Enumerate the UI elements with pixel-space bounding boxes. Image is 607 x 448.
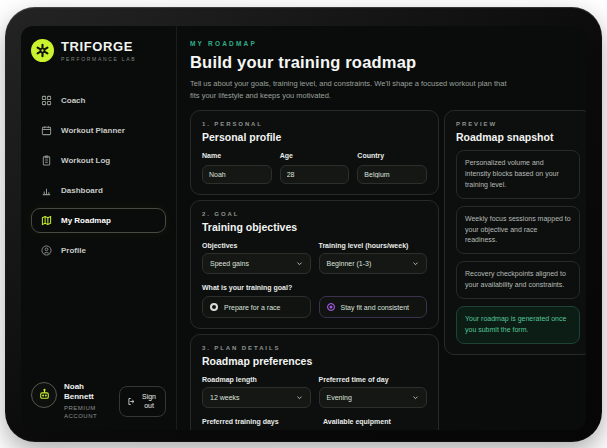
preview-card: Weekly focus sessions mapped to your obj… bbox=[456, 206, 580, 255]
training-level-value: Beginner (1-3) bbox=[327, 260, 372, 267]
sidebar-item-label: Workout Log bbox=[61, 156, 110, 165]
sidebar-item-label: Dashboard bbox=[61, 186, 103, 195]
sidebar-item-my-roadmap[interactable]: My Roadmap bbox=[31, 208, 166, 233]
radio-stay-fit[interactable]: Stay fit and consistent bbox=[319, 296, 428, 318]
sidebar: TRIFORGE PERFORMANCE LAB Coach Workout P… bbox=[21, 26, 177, 430]
section-title: Roadmap preferences bbox=[202, 355, 427, 367]
sidebar-item-label: Coach bbox=[61, 96, 85, 105]
preview-card: Personalized volume and intensity blocks… bbox=[456, 150, 580, 199]
age-input[interactable] bbox=[280, 165, 350, 184]
field-age: Age bbox=[280, 152, 350, 184]
goal-selects: Objectives Speed gains Training level (h… bbox=[202, 242, 427, 274]
bar-chart-icon bbox=[41, 185, 52, 196]
personal-fields: Name Age Country bbox=[202, 152, 427, 184]
logout-icon bbox=[127, 397, 136, 406]
objectives-field: Objectives Speed gains bbox=[202, 242, 311, 274]
page-eyebrow: MY ROADMAP bbox=[190, 40, 586, 47]
sidebar-nav: Coach Workout Planner Workout Log Dashbo… bbox=[31, 88, 166, 263]
radio-icon bbox=[327, 303, 335, 311]
sign-out-button[interactable]: Sign out bbox=[119, 386, 166, 418]
clipboard-icon bbox=[41, 155, 52, 166]
roadmap-length-label: Roadmap length bbox=[202, 376, 311, 383]
sidebar-item-label: My Roadmap bbox=[61, 216, 111, 225]
roadmap-length-value: 12 weeks bbox=[210, 394, 240, 401]
training-goal-options: Prepare for a race Stay fit and consiste… bbox=[202, 296, 427, 318]
training-days-label: Preferred training days bbox=[202, 418, 316, 425]
page-description: Tell us about your goals, training level… bbox=[190, 78, 512, 101]
equipment-group: Available equipment Gym access Track bbox=[323, 418, 427, 430]
training-goal-question: What is your training goal? bbox=[202, 284, 427, 291]
chevron-down-icon bbox=[296, 394, 303, 401]
preview-panel: PREVIEW Roadmap snapshot Personalized vo… bbox=[444, 110, 586, 354]
objectives-select[interactable]: Speed gains bbox=[202, 253, 311, 274]
sign-out-label: Sign out bbox=[140, 393, 158, 411]
chevron-down-icon bbox=[296, 260, 303, 267]
section-eyebrow: 2. GOAL bbox=[202, 211, 427, 217]
avatar bbox=[31, 382, 57, 408]
days-equipment-row: Preferred training days Mon Tue Wed Thu … bbox=[202, 418, 427, 430]
equipment-label: Available equipment bbox=[323, 418, 427, 425]
preview-card: Recovery checkpoints aligned to your ava… bbox=[456, 261, 580, 299]
roadmap-length-select[interactable]: 12 weeks bbox=[202, 387, 311, 408]
personal-section: 1. PERSONAL Personal profile Name Age bbox=[190, 110, 439, 195]
training-level-select[interactable]: Beginner (1-3) bbox=[319, 253, 428, 274]
objectives-label: Objectives bbox=[202, 242, 311, 249]
radio-label: Prepare for a race bbox=[224, 304, 280, 311]
plan-selects: Roadmap length 12 weeks Preferred time o… bbox=[202, 376, 427, 408]
time-of-day-value: Evening bbox=[327, 394, 352, 401]
brand: TRIFORGE PERFORMANCE LAB bbox=[31, 39, 166, 62]
preview-eyebrow: PREVIEW bbox=[456, 121, 580, 127]
sidebar-item-coach[interactable]: Coach bbox=[31, 88, 166, 113]
triforge-logo-gear-icon bbox=[31, 39, 54, 62]
training-level-label: Training level (hours/week) bbox=[319, 242, 428, 249]
robot-icon bbox=[38, 388, 51, 401]
section-title: Personal profile bbox=[202, 131, 427, 143]
grid-icon bbox=[41, 95, 52, 106]
field-country: Country bbox=[357, 152, 427, 184]
brand-text: TRIFORGE PERFORMANCE LAB bbox=[61, 40, 136, 62]
sidebar-item-label: Profile bbox=[61, 246, 86, 255]
age-label: Age bbox=[280, 152, 350, 159]
radio-label: Stay fit and consistent bbox=[341, 304, 409, 311]
section-eyebrow: 1. PERSONAL bbox=[202, 121, 427, 127]
radio-prepare-for-race[interactable]: Prepare for a race bbox=[202, 296, 311, 318]
sidebar-item-label: Workout Planner bbox=[61, 126, 125, 135]
sidebar-item-profile[interactable]: Profile bbox=[31, 238, 166, 263]
time-of-day-select[interactable]: Evening bbox=[319, 387, 428, 408]
plan-details-section: 3. PLAN DETAILS Roadmap preferences Road… bbox=[190, 334, 439, 430]
roadmap-length-field: Roadmap length 12 weeks bbox=[202, 376, 311, 408]
section-eyebrow: 3. PLAN DETAILS bbox=[202, 345, 427, 351]
user-name: Noah Bennett bbox=[64, 382, 112, 402]
country-input[interactable] bbox=[357, 165, 427, 184]
training-days-group: Preferred training days Mon Tue Wed Thu … bbox=[202, 418, 316, 430]
sidebar-item-workout-planner[interactable]: Workout Planner bbox=[31, 118, 166, 143]
preview-note: Your roadmap is generated once you submi… bbox=[456, 306, 580, 344]
training-level-field: Training level (hours/week) Beginner (1-… bbox=[319, 242, 428, 274]
calendar-icon bbox=[41, 125, 52, 136]
user-info: Noah Bennett PREMIUM ACCOUNT bbox=[64, 382, 112, 420]
page-title: Build your training roadmap bbox=[190, 53, 586, 72]
map-icon bbox=[41, 215, 52, 226]
time-of-day-label: Preferred time of day bbox=[319, 376, 428, 383]
sidebar-item-workout-log[interactable]: Workout Log bbox=[31, 148, 166, 173]
name-input[interactable] bbox=[202, 165, 272, 184]
tablet-frame: TRIFORGE PERFORMANCE LAB Coach Workout P… bbox=[5, 7, 602, 442]
goal-section: 2. GOAL Training objectives Objectives S… bbox=[190, 200, 439, 329]
preview-column: PREVIEW Roadmap snapshot Personalized vo… bbox=[444, 110, 586, 354]
country-label: Country bbox=[357, 152, 427, 159]
brand-name: TRIFORGE bbox=[61, 40, 136, 53]
user-block: Noah Bennett PREMIUM ACCOUNT Sign out bbox=[31, 382, 166, 420]
brand-tagline: PERFORMANCE LAB bbox=[61, 56, 136, 62]
field-name: Name bbox=[202, 152, 272, 184]
content-columns: 1. PERSONAL Personal profile Name Age bbox=[190, 110, 586, 430]
section-title: Training objectives bbox=[202, 221, 427, 233]
chevron-down-icon bbox=[412, 260, 419, 267]
radio-icon bbox=[210, 303, 218, 311]
time-of-day-field: Preferred time of day Evening bbox=[319, 376, 428, 408]
name-label: Name bbox=[202, 152, 272, 159]
objectives-value: Speed gains bbox=[210, 260, 249, 267]
app-screen: TRIFORGE PERFORMANCE LAB Coach Workout P… bbox=[21, 26, 586, 430]
chevron-down-icon bbox=[412, 394, 419, 401]
user-icon bbox=[41, 245, 52, 256]
sidebar-item-dashboard[interactable]: Dashboard bbox=[31, 178, 166, 203]
